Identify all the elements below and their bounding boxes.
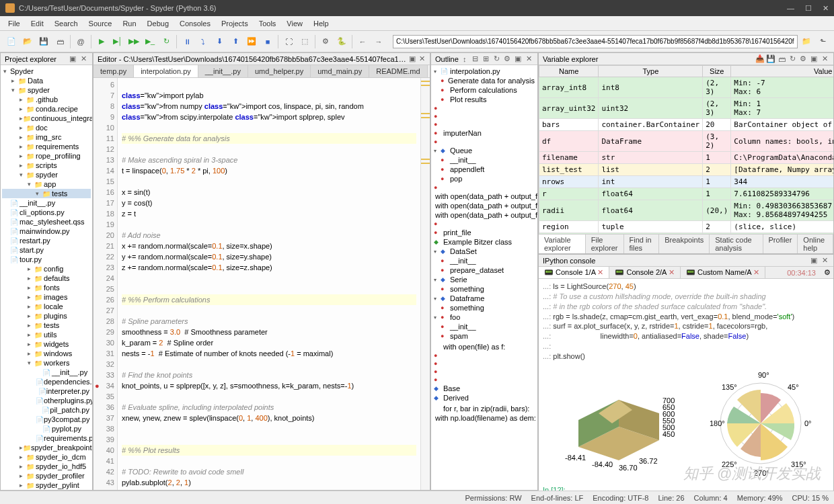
fullscreen-icon[interactable]: ⬚ bbox=[297, 34, 312, 49]
outline-item[interactable]: ● bbox=[432, 360, 536, 368]
tree-item[interactable]: ▸locale bbox=[2, 302, 91, 311]
outline-item[interactable]: ◆Derived bbox=[432, 393, 536, 403]
save-icon[interactable]: 💾 bbox=[36, 34, 51, 49]
panel-undock-icon[interactable]: ▣ bbox=[809, 256, 819, 265]
tree-item[interactable]: mainwindow.py bbox=[2, 226, 91, 236]
outline-item[interactable]: ●pop bbox=[432, 174, 536, 183]
outline-item[interactable]: ●__init__ bbox=[432, 155, 536, 165]
tree-item[interactable]: cli_options.py bbox=[2, 208, 91, 217]
preferences-icon[interactable]: ⚙ bbox=[318, 34, 333, 49]
outline-item[interactable]: ●something bbox=[432, 284, 536, 294]
panel-undock-icon[interactable]: ▣ bbox=[809, 54, 819, 63]
outline-item[interactable]: ●imputerNan bbox=[432, 128, 536, 138]
run-icon[interactable]: ▶ bbox=[94, 34, 109, 49]
outline-item[interactable]: ▾◆Queue bbox=[432, 146, 536, 155]
maximize-icon[interactable]: ☐ bbox=[805, 4, 812, 13]
step-over-icon[interactable]: ⤵ bbox=[196, 34, 211, 49]
outline-item[interactable]: ●__init__ bbox=[432, 256, 536, 265]
project-tree[interactable]: ▾Spyder▸Data▾spyder▸.github▸conda.recipe… bbox=[1, 65, 92, 490]
console-tab[interactable]: 📟 Custom Name/A ✕ bbox=[681, 267, 765, 278]
variable-row[interactable]: array_uint32uint32(2, 3)Min: 1 Max: 7 bbox=[539, 98, 834, 119]
editor-tab[interactable]: interpolation.py bbox=[134, 65, 198, 77]
debug-icon[interactable]: ⏸ bbox=[180, 34, 194, 49]
varex-import-icon[interactable]: 📥 bbox=[755, 54, 765, 63]
outline-item[interactable]: ● bbox=[432, 104, 536, 112]
outline-item[interactable]: ● bbox=[432, 220, 536, 228]
tree-item[interactable]: ▾spyder bbox=[2, 85, 91, 95]
panel-close-icon[interactable]: ✕ bbox=[820, 256, 829, 265]
forward-icon[interactable]: → bbox=[371, 34, 386, 49]
tree-item[interactable]: dependencies.py bbox=[2, 377, 91, 386]
panel-close-icon[interactable]: ✕ bbox=[524, 54, 533, 63]
variable-row[interactable]: nrowsint1344 bbox=[539, 176, 834, 188]
variable-row[interactable]: array_int8int8(2, 3)Min: -7 Max: 6 bbox=[539, 77, 834, 98]
save-all-icon[interactable]: 🗃 bbox=[52, 34, 67, 49]
tree-item[interactable]: mac_stylesheet.qss bbox=[2, 217, 91, 226]
tree-item[interactable]: ▸plugins bbox=[2, 311, 91, 321]
tree-item[interactable]: ▾spyder bbox=[2, 170, 91, 179]
outline-item[interactable]: ◆Base bbox=[432, 384, 536, 393]
outline-item[interactable]: ▾●foo bbox=[432, 312, 536, 322]
editor-tab[interactable]: temp.py bbox=[93, 65, 134, 77]
menu-run[interactable]: Run bbox=[117, 18, 141, 29]
maximize-pane-icon[interactable]: ⛶ bbox=[281, 34, 296, 49]
varex-tab[interactable]: Online help bbox=[798, 235, 833, 253]
editor-tab[interactable]: umd_helper.py bbox=[248, 65, 311, 77]
outline-item[interactable]: ●prepare_dataset bbox=[432, 265, 536, 275]
variable-row[interactable]: list_testlist2[Dataframe, Numpy array] bbox=[539, 164, 834, 176]
tree-item[interactable]: ▸conda.recipe bbox=[2, 104, 91, 114]
step-into-icon[interactable]: ⬇ bbox=[212, 34, 227, 49]
varex-tab[interactable]: File explorer bbox=[586, 235, 624, 253]
varex-tab[interactable]: Variable explorer bbox=[539, 235, 586, 253]
console-options-icon[interactable]: ⚙ bbox=[821, 268, 833, 277]
panel-close-icon[interactable]: ✕ bbox=[79, 54, 88, 63]
variable-table[interactable]: NameTypeSizeValuearray_int8int8(2, 3)Min… bbox=[539, 65, 833, 234]
tree-item[interactable]: ▸tests bbox=[2, 321, 91, 330]
outline-item[interactable]: ● bbox=[432, 351, 536, 360]
tree-item[interactable]: ▾tests bbox=[2, 189, 91, 198]
outline-item[interactable]: ●__init__ bbox=[432, 322, 536, 331]
panel-undock-icon[interactable]: ▣ bbox=[408, 54, 416, 63]
outline-item[interactable]: for r, bar in zip(radii, bars): bbox=[432, 404, 536, 413]
open-file-icon[interactable]: 📂 bbox=[20, 34, 35, 49]
ipython-body[interactable]: ...: ls = LightSource(270, 45) ...: # To… bbox=[539, 279, 833, 491]
line-gutter[interactable]: 6789101112131415161718192021222324252627… bbox=[93, 78, 118, 490]
tree-item[interactable]: ▸Data bbox=[2, 76, 91, 85]
tree-item[interactable]: ▸requirements bbox=[2, 142, 91, 151]
tree-item[interactable]: ▾app bbox=[2, 179, 91, 189]
variable-row[interactable]: filenamestr1C:\ProgramData\Anaconda3\lib… bbox=[539, 152, 834, 164]
tree-item[interactable]: otherplugins.py bbox=[2, 396, 91, 405]
outline-item[interactable]: ●something bbox=[432, 303, 536, 312]
varex-tab[interactable]: Breakpoints bbox=[659, 235, 710, 253]
variable-row[interactable]: regiontuple2(slice, slice) bbox=[539, 221, 834, 233]
tree-item[interactable]: ▸spyder_breakpoints bbox=[2, 443, 91, 452]
menu-edit[interactable]: Edit bbox=[26, 18, 49, 29]
variable-row[interactable]: radiifloat64(20,)Min: 0.498303663853687 … bbox=[539, 200, 834, 221]
tree-item[interactable]: ▸config bbox=[2, 264, 91, 274]
panel-close-icon[interactable]: ✕ bbox=[820, 54, 829, 63]
console-tab[interactable]: 📟 Console 2/A ✕ bbox=[609, 267, 680, 278]
close-icon[interactable]: ✕ bbox=[823, 4, 829, 13]
run-selection-icon[interactable]: ▶_ bbox=[143, 34, 157, 49]
menu-debug[interactable]: Debug bbox=[142, 18, 174, 29]
menu-view[interactable]: View bbox=[281, 18, 308, 29]
run-cell-advance-icon[interactable]: ▶▶ bbox=[126, 34, 141, 49]
tree-item[interactable]: ▸.github bbox=[2, 95, 91, 104]
new-file-icon[interactable]: 📄 bbox=[4, 34, 19, 49]
at-icon[interactable]: @ bbox=[73, 34, 88, 49]
outline-expand-icon[interactable]: ⊞ bbox=[482, 54, 491, 63]
panel-close-icon[interactable]: ✕ bbox=[418, 54, 426, 63]
outline-item[interactable]: ▾📄interpolation.py bbox=[432, 67, 536, 76]
varex-save-icon[interactable]: 💾 bbox=[766, 54, 775, 63]
tree-item[interactable]: __init__.py bbox=[2, 198, 91, 208]
ipython-prompt[interactable]: In [12]: bbox=[539, 482, 833, 491]
outline-item[interactable]: ●Perform calculations bbox=[432, 85, 536, 95]
outline-item[interactable]: ● bbox=[432, 138, 536, 146]
tree-item[interactable]: ▸widgets bbox=[2, 339, 91, 349]
minimize-icon[interactable]: — bbox=[787, 4, 794, 13]
tree-item[interactable]: ▸fonts bbox=[2, 283, 91, 292]
varex-refresh-icon[interactable]: ↻ bbox=[788, 54, 797, 63]
outline-collapse-icon[interactable]: ⊟ bbox=[471, 54, 480, 63]
tree-item[interactable]: restart.py bbox=[2, 236, 91, 245]
menu-consoles[interactable]: Consoles bbox=[174, 18, 216, 29]
